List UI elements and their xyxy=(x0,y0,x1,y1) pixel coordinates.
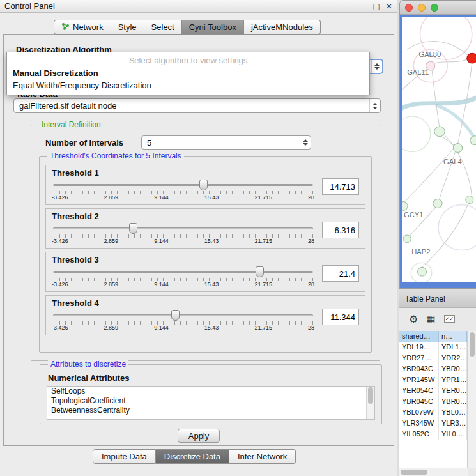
attributes-group-title: Attributes to discretize xyxy=(48,360,128,369)
slider-scale: -3.4262.8599.14415.4321.71528 xyxy=(52,194,314,201)
table-horizontal-scrollbar[interactable] xyxy=(399,468,468,476)
list-item[interactable]: SelfLoops xyxy=(47,387,374,396)
threshold-value-input[interactable] xyxy=(322,309,359,325)
slider-thumb[interactable] xyxy=(171,310,180,321)
network-node[interactable] xyxy=(417,267,426,276)
table-row[interactable]: YLR345WYLR3… xyxy=(399,418,467,429)
numerical-attributes-list[interactable]: SelfLoops TopologicalCoefficient Between… xyxy=(47,386,375,420)
table-row[interactable]: YIL052CYIL0… xyxy=(399,429,467,440)
tab-select[interactable]: Select xyxy=(144,20,182,35)
number-of-intervals-combobox[interactable]: 5 xyxy=(141,135,311,150)
menu-item-equal-width-frequency[interactable]: Equal Width/Frequency Discretization xyxy=(7,79,369,91)
tab-cyni-toolbox[interactable]: Cyni Toolbox xyxy=(182,20,244,35)
scrollbar-thumb[interactable] xyxy=(368,387,373,404)
interval-definition-title: Interval Definition xyxy=(39,120,104,129)
table-row[interactable]: YDL19…YDL1… xyxy=(399,342,467,353)
interval-definition-group: Interval Definition Number of Intervals … xyxy=(31,125,380,361)
table-row[interactable]: YBR043CYBR0… xyxy=(399,364,467,375)
table-row[interactable]: YBL079WYBL0… xyxy=(399,408,467,418)
network-node[interactable] xyxy=(403,235,411,243)
threshold-slider[interactable]: -3.4262.8599.14415.4321.71528 xyxy=(52,222,314,245)
gear-icon[interactable]: ⚙ xyxy=(409,313,418,325)
table-panel-toolbar: ⚙ ▦ ✓✓ xyxy=(399,308,476,330)
threshold-4-panel: Threshold 4 -3.4262.8599.14415.4321.7152… xyxy=(45,295,365,335)
threshold-1-panel: Threshold 1 -3.4262.8599.14415.4321.7152… xyxy=(45,165,365,205)
numerical-attributes-label: Numerical Attributes xyxy=(48,373,129,383)
tab-network[interactable]: Network xyxy=(54,20,111,35)
checkbox-filter-icon[interactable]: ✓✓ xyxy=(444,315,455,323)
network-window-titlebar[interactable] xyxy=(400,1,476,15)
network-node[interactable] xyxy=(402,202,408,211)
stepper-icon xyxy=(371,60,382,73)
table-vertical-scrollbar[interactable] xyxy=(468,331,476,468)
tab-style[interactable]: Style xyxy=(111,20,144,35)
tab-infer-network[interactable]: Infer Network xyxy=(229,449,296,464)
network-node-selected[interactable] xyxy=(467,53,476,63)
threshold-slider[interactable]: -3.4262.8599.14415.4321.71528 xyxy=(52,309,314,332)
network-canvas[interactable]: GAL80 GAL11 GAL4 GCY1 HAP2 xyxy=(402,17,476,282)
bottom-tab-bar: Impute Data Discretize Data Infer Networ… xyxy=(93,449,296,464)
threshold-value-input[interactable] xyxy=(322,222,359,238)
table-header-row: shared… n… xyxy=(399,331,467,342)
slider-track[interactable] xyxy=(53,314,313,316)
slider-track[interactable] xyxy=(53,227,313,229)
tab-discretize-data[interactable]: Discretize Data xyxy=(156,449,229,464)
network-view-frame: GAL80 GAL11 GAL4 GCY1 HAP2 xyxy=(400,15,476,288)
mac-close-icon[interactable] xyxy=(405,4,413,12)
slider-thumb[interactable] xyxy=(199,180,208,190)
threshold-label: Threshold 1 xyxy=(52,168,359,178)
scrollbar-thumb[interactable] xyxy=(470,332,475,357)
scrollbar-thumb[interactable] xyxy=(401,470,427,475)
network-view-window: GAL80 GAL11 GAL4 GCY1 HAP2 xyxy=(399,0,476,289)
list-item[interactable]: BetweennessCentrality xyxy=(47,406,374,415)
table-data-combobox[interactable]: galFiltered.sif default node xyxy=(13,98,381,113)
apply-button[interactable]: Apply xyxy=(178,429,220,443)
network-node[interactable] xyxy=(433,199,442,208)
threshold-value-input[interactable] xyxy=(322,265,359,282)
network-node[interactable] xyxy=(466,196,473,204)
slider-track[interactable] xyxy=(53,271,313,273)
top-tab-bar: Network Style Select Cyni Toolbox jActiv… xyxy=(54,20,321,35)
node-label: GAL80 xyxy=(418,50,441,58)
number-of-intervals-value: 5 xyxy=(147,138,151,148)
slider-scale: -3.4262.8599.14415.4321.71528 xyxy=(52,238,314,244)
close-icon[interactable]: ✕ xyxy=(386,2,392,11)
network-edge xyxy=(432,68,440,128)
threshold-slider[interactable]: -3.4262.8599.14415.4321.71528 xyxy=(52,265,314,288)
network-node[interactable] xyxy=(470,136,476,145)
algorithm-dropdown-menu: Select algorithm to view settings Manual… xyxy=(6,52,370,95)
column-header[interactable]: n… xyxy=(439,331,467,342)
slider-track[interactable] xyxy=(53,184,313,186)
float-icon[interactable]: ▢ xyxy=(373,2,380,11)
slider-thumb[interactable] xyxy=(129,223,137,234)
window-title: Control Panel xyxy=(4,1,55,11)
table-row[interactable]: YBR045CYBR0… xyxy=(399,397,467,408)
list-scrollbar[interactable] xyxy=(366,387,374,419)
slider-scale: -3.4262.8599.14415.4321.71528 xyxy=(52,325,314,331)
threshold-label: Threshold 4 xyxy=(52,298,359,308)
columns-icon[interactable]: ▦ xyxy=(426,313,435,325)
tab-impute-data[interactable]: Impute Data xyxy=(93,449,156,464)
threshold-slider[interactable]: -3.4262.8599.14415.4321.71528 xyxy=(52,178,314,201)
list-item[interactable]: TopologicalCoefficient xyxy=(47,396,374,406)
table-row[interactable]: YER054CYER0… xyxy=(399,386,467,397)
control-panel-titlebar[interactable]: Control Panel ▢ ✕ xyxy=(0,0,397,13)
network-node[interactable] xyxy=(453,144,462,153)
slider-scale: -3.4262.8599.14415.4321.71528 xyxy=(52,281,314,288)
column-header[interactable]: shared… xyxy=(399,331,439,342)
table-data-value: galFiltered.sif default node xyxy=(19,101,116,111)
network-node[interactable] xyxy=(434,127,445,137)
threshold-value-input[interactable] xyxy=(322,178,359,195)
number-of-intervals-label: Number of Intervals xyxy=(45,138,123,148)
stepper-icon xyxy=(300,136,311,149)
table-row[interactable]: YDR27…YDR2… xyxy=(399,353,467,364)
menu-item-manual-discretization[interactable]: Manual Discretization xyxy=(7,67,369,79)
table-row[interactable]: YPR145WYPR1… xyxy=(399,375,467,386)
slider-thumb[interactable] xyxy=(256,266,264,277)
tab-jactivemnodules[interactable]: jActiveMNodules xyxy=(244,20,321,35)
threshold-3-panel: Threshold 3 -3.4262.8599.14415.4321.7152… xyxy=(45,252,365,292)
table-panel-title: Table Panel xyxy=(405,295,445,303)
stepper-icon xyxy=(369,99,380,112)
mac-minimize-icon[interactable] xyxy=(418,4,426,12)
mac-zoom-icon[interactable] xyxy=(431,4,438,12)
